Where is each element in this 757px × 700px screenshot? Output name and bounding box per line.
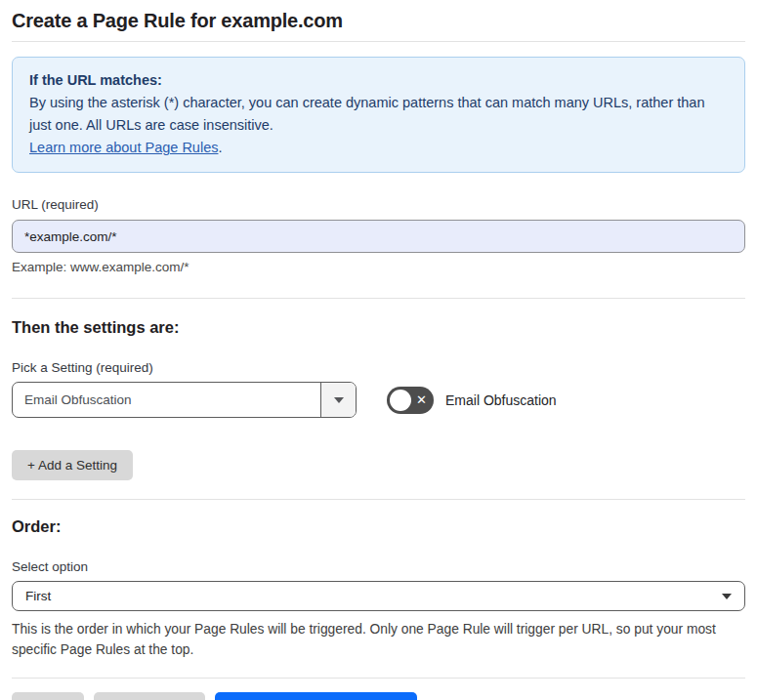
- cancel-button[interactable]: Cancel: [12, 692, 84, 700]
- order-select-label: Select option: [12, 559, 745, 574]
- setting-select[interactable]: Email Obfuscation: [12, 382, 357, 418]
- add-setting-button[interactable]: + Add a Setting: [12, 450, 133, 480]
- setting-row: Email Obfuscation ✕ Email Obfuscation: [12, 382, 745, 418]
- url-match-info-box: If the URL matches: By using the asteris…: [12, 57, 745, 173]
- settings-section-heading: Then the settings are:: [12, 318, 745, 337]
- setting-select-value: Email Obfuscation: [13, 383, 320, 417]
- order-select[interactable]: First: [12, 581, 745, 611]
- learn-more-link[interactable]: Learn more about Page Rules: [29, 140, 218, 155]
- page-title: Create a Page Rule for example.com: [12, 0, 745, 32]
- divider: [12, 499, 745, 500]
- order-section-heading: Order:: [12, 517, 745, 536]
- save-deploy-button[interactable]: Save and Deploy Page Rule: [215, 692, 418, 700]
- info-box-heading: If the URL matches:: [29, 69, 728, 92]
- save-draft-button[interactable]: Save as Draft: [94, 692, 205, 700]
- divider: [12, 41, 745, 42]
- select-chevron-icon: [722, 594, 732, 599]
- toggle-x-icon: ✕: [416, 387, 427, 414]
- url-label: URL (required): [12, 197, 745, 212]
- url-input[interactable]: [12, 220, 745, 253]
- divider: [12, 298, 745, 299]
- url-example-text: Example: www.example.com/*: [12, 260, 745, 274]
- order-select-value: First: [25, 589, 51, 603]
- toggle-knob: [390, 390, 411, 411]
- link-suffix: .: [218, 140, 222, 155]
- order-help-text: This is the order in which your Page Rul…: [12, 619, 745, 660]
- pick-setting-label: Pick a Setting (required): [12, 360, 745, 375]
- footer-actions: Cancel Save as Draft Save and Deploy Pag…: [12, 692, 745, 700]
- divider: [12, 678, 745, 679]
- toggle-label: Email Obfuscation: [445, 392, 557, 408]
- info-box-link-line: Learn more about Page Rules.: [29, 137, 728, 159]
- page-rule-form: Create a Page Rule for example.com If th…: [0, 0, 757, 700]
- info-box-body: By using the asterisk (*) character, you…: [29, 92, 728, 137]
- email-obfuscation-toggle[interactable]: ✕: [387, 387, 434, 414]
- setting-select-arrow-button[interactable]: [320, 383, 356, 417]
- dropdown-arrow-icon: [334, 397, 344, 403]
